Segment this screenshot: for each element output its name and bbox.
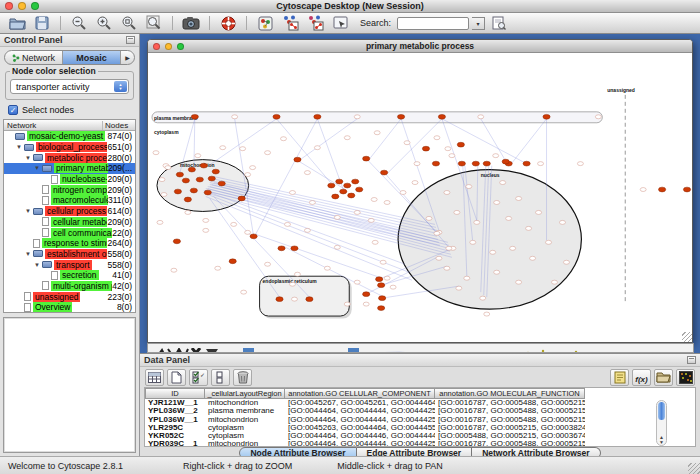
tree-row-cellular-process[interactable]: ▼cellular process614(0) [4, 206, 135, 217]
network-node[interactable] [241, 290, 247, 294]
network-node-selected[interactable] [208, 176, 215, 181]
network-node-selected[interactable] [523, 161, 530, 166]
network-node[interactable] [577, 162, 583, 166]
network-edge[interactable] [317, 119, 343, 190]
network-node[interactable] [552, 280, 558, 284]
network-canvas[interactable]: plasma membrane cytoplasm mitochondrion … [148, 53, 692, 342]
network-node[interactable] [384, 276, 390, 280]
attribute-matrix-icon[interactable] [676, 369, 695, 386]
attribute-notes-icon[interactable] [610, 369, 629, 386]
network-node[interactable] [159, 178, 165, 182]
network-edge[interactable] [206, 197, 412, 281]
network-node[interactable] [265, 151, 271, 155]
network-node-selected[interactable] [472, 161, 479, 166]
network-node[interactable] [354, 280, 360, 284]
save-session-icon[interactable] [31, 14, 53, 32]
network-window-titlebar[interactable]: primary metabolic process [148, 40, 692, 53]
tree-row-secretion[interactable]: secretion41(0) [4, 270, 135, 281]
network-node[interactable] [449, 154, 455, 158]
network-node[interactable] [390, 285, 396, 289]
help-lifering-icon[interactable] [217, 14, 239, 32]
apply-layout-1-icon[interactable] [279, 14, 301, 32]
network-node-selected[interactable] [483, 161, 490, 166]
open-file-icon[interactable] [6, 14, 28, 32]
tree-column-network[interactable]: Network [4, 121, 103, 130]
tree-row-unassigned[interactable]: unassigned223(0) [4, 291, 135, 302]
birdseye-view[interactable] [3, 317, 136, 453]
scrollbar-thumb[interactable] [658, 402, 665, 420]
network-edge[interactable] [277, 119, 332, 184]
network-node[interactable] [372, 240, 378, 244]
network-node-selected[interactable] [363, 156, 370, 161]
network-node[interactable] [304, 228, 310, 232]
network-node[interactable] [334, 215, 340, 219]
search-input[interactable] [397, 17, 469, 30]
network-node-selected[interactable] [683, 187, 690, 192]
network-node-selected[interactable] [182, 178, 189, 183]
network-node[interactable] [444, 191, 450, 195]
network-node-selected[interactable] [340, 189, 347, 194]
tree-row-cell-communicat[interactable]: cell communicat22(0) [4, 227, 135, 238]
zoom-out-icon[interactable] [68, 14, 90, 32]
network-node[interactable] [454, 210, 460, 214]
tree-row-nucleobase-[interactable]: nucleobase-209(0) [4, 174, 135, 185]
table-vertical-scrollbar[interactable]: ▲▼ [656, 400, 667, 446]
network-node[interactable] [595, 115, 601, 119]
network-node-selected[interactable] [184, 197, 191, 202]
network-node[interactable] [368, 218, 374, 222]
network-node[interactable] [294, 272, 300, 276]
network-node[interactable] [480, 296, 486, 300]
network-node-selected[interactable] [543, 114, 550, 119]
network-node[interactable] [384, 200, 390, 204]
network-node[interactable] [195, 154, 201, 158]
network-node[interactable] [232, 115, 238, 119]
zoom-selected-icon[interactable] [118, 14, 140, 32]
function-builder-icon[interactable] [632, 369, 651, 386]
network-edge[interactable] [297, 119, 357, 162]
network-node-selected[interactable] [352, 179, 359, 184]
network-node[interactable] [354, 115, 360, 119]
unselect-attributes-icon[interactable] [211, 369, 230, 386]
background-window-strip[interactable] [147, 343, 694, 353]
network-node-selected[interactable] [190, 188, 197, 193]
network-node[interactable] [546, 240, 552, 244]
tree-row-transport[interactable]: ▼transport558(0) [4, 259, 135, 270]
network-node-selected[interactable] [212, 169, 219, 174]
network-node[interactable] [490, 250, 496, 254]
network-node[interactable] [494, 200, 500, 204]
network-node-selected[interactable] [363, 292, 370, 297]
network-node[interactable] [538, 162, 544, 166]
network-node-selected[interactable] [229, 259, 236, 264]
window-titlebar[interactable]: Cytoscape Desktop (New Session) [0, 0, 700, 13]
network-node[interactable] [530, 256, 536, 260]
network-node[interactable] [291, 297, 297, 301]
network-node-selected[interactable] [291, 246, 298, 251]
network-edge[interactable] [368, 119, 401, 161]
tree-row-mosaic-demo-yeast[interactable]: mosaic-demo-yeast874(0) [4, 131, 135, 142]
network-node-selected[interactable] [336, 179, 343, 184]
network-edge[interactable] [511, 119, 547, 165]
network-node[interactable] [304, 171, 310, 175]
expand-arrow-icon[interactable]: ▼ [34, 165, 42, 171]
network-node[interactable] [314, 146, 320, 150]
network-node-selected[interactable] [273, 114, 280, 119]
tree-row-overview[interactable]: Overview8(0) [4, 302, 135, 313]
tree-row-biological-process[interactable]: ▼biological_process651(0) [4, 142, 135, 153]
float-data-panel-icon[interactable] [687, 356, 696, 364]
network-node[interactable] [516, 197, 522, 201]
expand-arrow-icon[interactable]: ▼ [16, 144, 24, 150]
search-dropdown-arrow[interactable] [472, 17, 485, 30]
network-node-selected[interactable] [397, 114, 404, 119]
network-node[interactable] [404, 141, 410, 145]
table-row[interactable]: YPL036W__2plasma membrane[GO:0044464, GO… [145, 407, 695, 415]
tree-row-cellular-metabo[interactable]: cellular metabo209(0) [4, 217, 135, 228]
tree-row-nitrogen-compo[interactable]: nitrogen compo209(0) [4, 184, 135, 195]
network-node[interactable] [344, 302, 350, 306]
network-node-selected[interactable] [356, 187, 363, 192]
network-node[interactable] [309, 200, 315, 204]
network-node[interactable] [231, 222, 237, 226]
network-node-selected[interactable] [306, 297, 313, 302]
table-row[interactable]: YJR121W__1mitochondrion[GO:0045267, GO:0… [145, 399, 695, 407]
zoom-fit-icon[interactable] [143, 14, 165, 32]
network-node[interactable] [334, 245, 340, 249]
